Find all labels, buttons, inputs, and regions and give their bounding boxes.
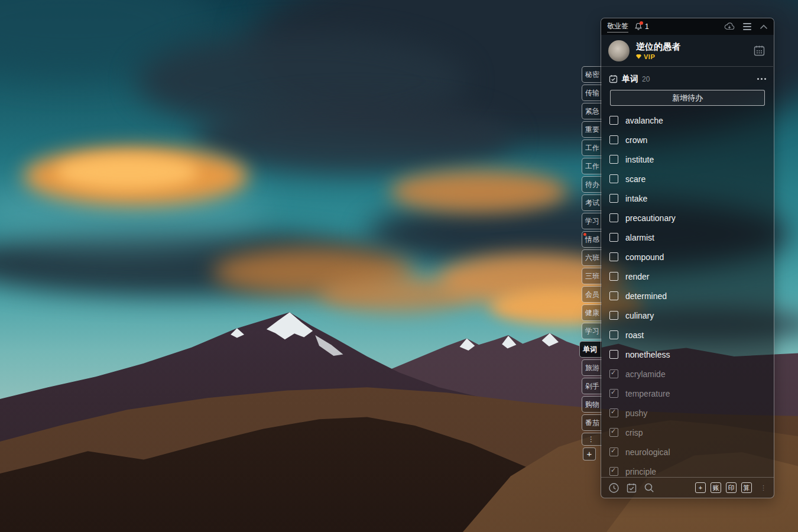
- category-tab[interactable]: 学习: [582, 323, 602, 339]
- clock-icon[interactable]: [608, 482, 619, 494]
- todo-checkbox[interactable]: [609, 311, 618, 320]
- add-category-button[interactable]: +: [583, 447, 596, 460]
- app-logo[interactable]: 敬业签: [607, 21, 628, 33]
- toolbar-box-button[interactable]: 账: [711, 482, 721, 493]
- todo-checkbox[interactable]: [609, 233, 618, 242]
- todo-checkbox[interactable]: [609, 389, 618, 398]
- toolbar-box-label: 印: [728, 484, 735, 491]
- category-tab[interactable]: 会员: [582, 286, 602, 303]
- todo-checkbox[interactable]: [609, 330, 618, 339]
- toolbar-box-label: 算: [744, 484, 750, 491]
- category-tab[interactable]: 工作: [582, 158, 602, 174]
- category-tab[interactable]: 购物: [582, 396, 602, 413]
- category-tab-label: 学习: [585, 217, 599, 225]
- category-tab[interactable]: 六班: [582, 249, 602, 266]
- category-tab[interactable]: 健康: [582, 304, 602, 321]
- more-categories-tab[interactable]: ⋮: [582, 433, 602, 446]
- todo-item[interactable]: precautionary: [601, 208, 774, 228]
- category-tab[interactable]: 考试: [582, 194, 602, 211]
- calendar-icon[interactable]: [753, 44, 765, 57]
- todo-checkbox[interactable]: [609, 291, 618, 300]
- more-options-icon[interactable]: [757, 76, 766, 82]
- todo-checkbox[interactable]: [609, 213, 618, 222]
- todo-item[interactable]: temperature: [601, 384, 774, 403]
- todo-checkbox[interactable]: [609, 272, 618, 281]
- category-tab[interactable]: 传输: [582, 85, 602, 101]
- todo-item[interactable]: compound: [601, 247, 774, 267]
- todo-item[interactable]: neurological: [601, 442, 774, 462]
- cloud-shape: [195, 100, 514, 174]
- category-tab[interactable]: 旅游: [582, 359, 602, 376]
- menu-icon[interactable]: [743, 23, 751, 30]
- todo-item[interactable]: institute: [601, 150, 774, 169]
- todo-checkbox[interactable]: [609, 116, 618, 125]
- todo-checkbox[interactable]: [609, 428, 618, 437]
- todo-checkbox[interactable]: [609, 174, 618, 183]
- todo-item[interactable]: nonetheless: [601, 345, 774, 364]
- category-tab[interactable]: 单词: [579, 341, 602, 358]
- todo-checkbox[interactable]: [609, 408, 618, 417]
- todo-checkbox[interactable]: [609, 135, 618, 144]
- category-tab[interactable]: 三班: [582, 268, 602, 284]
- todo-checkbox[interactable]: [609, 350, 618, 359]
- todo-item-text: render: [625, 272, 649, 281]
- notification-count[interactable]: 1: [645, 22, 649, 31]
- todo-item-text: pushy: [625, 408, 647, 418]
- todo-checkbox[interactable]: [609, 447, 618, 456]
- bell-icon[interactable]: [634, 22, 643, 31]
- todo-item[interactable]: alarmist: [601, 228, 774, 247]
- calendar-check-icon[interactable]: [626, 482, 637, 494]
- toolbar-box-button[interactable]: 印: [726, 482, 737, 493]
- toolbar-box-button[interactable]: 算: [741, 482, 752, 493]
- category-tab[interactable]: 剁手: [582, 378, 602, 394]
- todo-item-text: scare: [625, 174, 645, 184]
- todo-item[interactable]: determined: [601, 286, 774, 306]
- desktop: 秘密 传输 紧急 重要 工作 工作 待办 考试 学习 情感: [0, 0, 798, 532]
- category-tab-label: 六班: [585, 254, 599, 262]
- todo-item[interactable]: acrylamide: [601, 364, 774, 384]
- todo-checkbox[interactable]: [609, 369, 618, 378]
- category-tab[interactable]: 工作: [582, 140, 602, 156]
- category-tab[interactable]: 番茄: [582, 414, 602, 431]
- jingyeqian-note-window: 秘密 传输 紧急 重要 工作 工作 待办 考试 学习 情感: [601, 18, 774, 498]
- avatar[interactable]: [608, 40, 630, 61]
- todo-item-text: determined: [625, 291, 667, 301]
- todo-item-text: compound: [625, 252, 664, 262]
- category-tab[interactable]: 秘密: [582, 66, 602, 83]
- category-tab[interactable]: 学习: [582, 213, 602, 229]
- toolbar-box-button[interactable]: +: [695, 482, 706, 493]
- todo-item[interactable]: crisp: [601, 423, 774, 442]
- category-tab[interactable]: 情感: [582, 231, 602, 248]
- todo-checkbox[interactable]: [609, 155, 618, 164]
- todo-checkbox[interactable]: [609, 467, 618, 476]
- todo-item[interactable]: render: [601, 267, 774, 286]
- todo-checkbox[interactable]: [609, 194, 618, 203]
- toolbar-left: [608, 482, 655, 494]
- todo-item-text: institute: [625, 155, 654, 164]
- todo-item[interactable]: pushy: [601, 403, 774, 423]
- todo-item-text: alarmist: [625, 233, 654, 242]
- toolbar-right: + 账 印 算 ⋮: [695, 482, 767, 493]
- add-todo-button[interactable]: 新增待办: [610, 90, 765, 106]
- todo-item[interactable]: culinary: [601, 306, 774, 325]
- category-tab[interactable]: 待办: [582, 176, 602, 193]
- todo-checkbox[interactable]: [609, 252, 618, 261]
- todo-item[interactable]: avalanche: [601, 111, 774, 130]
- resize-grip-icon[interactable]: ⋮: [760, 485, 767, 491]
- category-tab[interactable]: 重要: [582, 121, 602, 138]
- category-tab[interactable]: 紧急: [582, 103, 602, 119]
- todo-item[interactable]: crown: [601, 130, 774, 150]
- todo-item[interactable]: roast: [601, 325, 774, 345]
- todo-item[interactable]: scare: [601, 169, 774, 189]
- user-name[interactable]: 逆位的愚者: [636, 41, 680, 51]
- vip-gem-icon: [636, 54, 641, 59]
- notification-dot: [640, 21, 643, 25]
- todo-item-text: avalanche: [625, 116, 663, 125]
- cloud-sync-icon[interactable]: [724, 22, 735, 31]
- user-info: 逆位的愚者 VIP: [636, 41, 680, 60]
- todo-item[interactable]: principle: [601, 462, 774, 477]
- collapse-icon[interactable]: [760, 24, 768, 30]
- note-panel: 敬业签 1: [601, 18, 774, 498]
- todo-item[interactable]: intake: [601, 189, 774, 208]
- search-icon[interactable]: [644, 482, 655, 494]
